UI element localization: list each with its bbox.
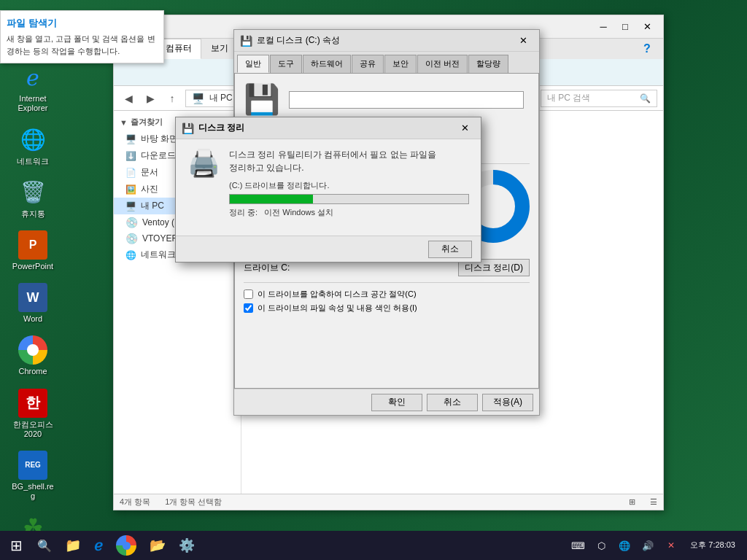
tray-keyboard-icon[interactable]: ⌨	[568, 535, 588, 556]
props-tab-security[interactable]: 보안	[384, 55, 417, 73]
dialog-content: 🖨️ 디스크 정리 유틸리티가 컴퓨터에서 필요 없는 파일을정리하고 있습니다…	[176, 139, 481, 236]
status-bar: 4개 항목 1개 항목 선택함 ⊞ ☰	[114, 494, 663, 510]
ie-label: Internet Explorer	[10, 94, 55, 113]
search-input[interactable]: 내 PC 검색 🔍	[541, 90, 657, 107]
compress-label: 이 드라이브를 압축하여 디스크 공간 절약(C)	[258, 289, 417, 300]
taskbar-clock[interactable]: 오후 7:28:03	[684, 540, 741, 551]
index-checkbox[interactable]	[244, 303, 253, 313]
desktop: 🖥️ 내 PC ℯ Internet Explorer 🌐 네트워크 🗑️ 휴지…	[0, 0, 747, 560]
dialog-message: 디스크 정리 유틸리티가 컴퓨터에서 필요 없는 파일을정리하고 있습니다.	[229, 148, 469, 174]
props-tabs: 일반 도구 하드웨어 공유 보안 이전 버전 할당량	[234, 52, 539, 73]
taskbar-tray: ⌨ ⬡ 🌐 🔊 ✕ 오후 7:28:03	[568, 535, 747, 556]
taskbar-explorer-icon: 📁	[65, 537, 81, 553]
props-drive-name-input[interactable]	[289, 91, 524, 109]
taskbar-item-edge[interactable]: ℯ	[88, 532, 109, 559]
ppt-icon: P	[18, 230, 47, 260]
bgshell-icon: REG	[18, 451, 47, 480]
dialog-cancel-button[interactable]: 취소	[428, 241, 472, 258]
taskbar-item-explorer[interactable]: 📁	[59, 532, 87, 559]
index-checkbox-row: 이 드라이브의 파일 속성 및 내용 색인 허용(I)	[244, 303, 530, 314]
props-tab-prevver[interactable]: 이전 버전	[417, 55, 468, 73]
taskbar-search-icon: 🔍	[37, 539, 52, 553]
status-selected: 1개 항목 선택함	[165, 497, 222, 508]
ppt-label: PowerPoint	[12, 262, 53, 271]
tooltip-text: 새 창을 열고, 고급 폴더 및 검색 옵션을 변경하는 등의 작업을 수행합니…	[7, 33, 158, 57]
up-button[interactable]: ↑	[163, 90, 181, 107]
props-tab-quota[interactable]: 할당량	[468, 55, 508, 73]
taskbar-folder2-icon: 📂	[150, 537, 166, 553]
view-mode-list[interactable]: ☰	[650, 497, 657, 507]
chrome-icon	[18, 335, 47, 365]
hancom-label: 한컴오피스 2020	[13, 420, 53, 439]
ie-icon: ℯ	[18, 63, 47, 92]
dialog-icon: 🖨️	[187, 148, 220, 227]
desktop-icon-recycle[interactable]: 🗑️ 휴지통	[7, 175, 58, 222]
minimize-button[interactable]: ─	[593, 17, 614, 37]
hancom-icon: 한	[18, 389, 47, 418]
dialog-buttons: 취소	[176, 236, 481, 262]
dialog-close-button[interactable]: ✕	[454, 118, 475, 139]
desktop-icon-bgshell[interactable]: REG BG_shell.reg	[7, 448, 58, 504]
desktop-icon-ppt[interactable]: P PowerPoint	[7, 228, 58, 274]
taskbar-chrome-icon	[116, 535, 136, 556]
tray-bluetooth-icon[interactable]: ⬡	[591, 535, 611, 556]
props-tab-tools[interactable]: 도구	[270, 55, 302, 73]
taskbar-item-chrome[interactable]	[110, 532, 142, 559]
props-window-controls: ✕	[513, 31, 533, 51]
taskbar-item-settings[interactable]: ⚙️	[173, 532, 201, 559]
taskbar: ⊞ 🔍 📁 ℯ 📂 ⚙️ ⌨	[0, 531, 747, 560]
tooltip-filexplorer: 파일 탐색기 새 창을 열고, 고급 폴더 및 검색 옵션을 변경하는 등의 작…	[0, 10, 164, 63]
tray-network-icon[interactable]: 🌐	[614, 535, 635, 556]
desktop-icons: 🖥️ 내 PC ℯ Internet Explorer 🌐 네트워크 🗑️ 휴지…	[7, 7, 58, 556]
back-button[interactable]: ◀	[120, 90, 137, 107]
props-icon-row: 💾	[244, 82, 530, 117]
tray-x-icon[interactable]: ✕	[661, 535, 681, 556]
view-mode-icons[interactable]: ⊞	[629, 497, 635, 507]
forward-button[interactable]: ▶	[142, 90, 159, 107]
disk-cleanup-dialog: 💾 디스크 정리 ✕ 🖨️ 디스크 정리 유틸리티가 컴퓨터에서 필요 없는 파…	[175, 117, 481, 262]
desktop-icon-hancom[interactable]: 한 한컴오피스 2020	[7, 386, 58, 442]
chrome-label: Chrome	[18, 367, 47, 376]
ribbon-tab-view[interactable]: 보기	[201, 39, 238, 59]
dialog-text-area: 디스크 정리 유틸리티가 컴퓨터에서 필요 없는 파일을정리하고 있습니다. (…	[229, 148, 469, 227]
props-cancel-button[interactable]: 취소	[427, 394, 478, 411]
taskbar-settings-icon: ⚙️	[179, 537, 195, 553]
props-tab-general[interactable]: 일반	[237, 55, 269, 73]
word-icon: W	[18, 283, 47, 312]
compress-checkbox[interactable]	[244, 289, 253, 299]
props-close-button[interactable]: ✕	[513, 31, 533, 51]
dialog-titlebar: 💾 디스크 정리 ✕	[176, 117, 481, 139]
close-button[interactable]: ✕	[637, 17, 657, 37]
word-label: Word	[23, 314, 42, 324]
props-ok-button[interactable]: 확인	[371, 394, 422, 411]
tooltip-title: 파일 탐색기	[7, 17, 158, 30]
props-drive-label: 드라이브 C:	[244, 262, 290, 274]
props-drive-icon: 💾	[244, 82, 280, 117]
ribbon-help-button[interactable]: ?	[637, 39, 657, 59]
props-bottom-buttons: 확인 취소 적용(A)	[234, 389, 539, 415]
props-tab-share[interactable]: 공유	[352, 55, 384, 73]
desktop-icon-word[interactable]: W Word	[7, 280, 58, 327]
dialog-progress-fill	[230, 195, 313, 203]
tray-speaker-icon[interactable]: 🔊	[638, 535, 658, 556]
start-button[interactable]: ⊞	[0, 531, 33, 560]
dialog-progress-label: (C:) 드라이브를 정리합니다.	[229, 180, 469, 191]
status-item-count: 4개 항목	[120, 497, 150, 508]
bgshell-label: BG_shell.reg	[10, 482, 55, 501]
props-tab-hardware[interactable]: 하드웨어	[303, 55, 351, 73]
desktop-icon-chrome[interactable]: Chrome	[7, 332, 58, 379]
taskbar-items: 📁 ℯ 📂 ⚙️	[56, 532, 568, 559]
recycle-icon: 🗑️	[18, 178, 47, 207]
taskbar-item-folder2[interactable]: 📂	[144, 532, 171, 559]
window-controls: ─ □ ✕	[593, 17, 657, 37]
taskbar-search-button[interactable]: 🔍	[33, 531, 56, 560]
props-apply-button[interactable]: 적용(A)	[482, 394, 533, 411]
dialog-progress-bar	[229, 194, 469, 204]
props-title: 로컬 디스크 (C:) 속성	[257, 34, 513, 47]
network-icon: 🌐	[18, 125, 47, 155]
desktop-icon-ie[interactable]: ℯ Internet Explorer	[7, 60, 58, 116]
network-label: 네트워크	[17, 157, 49, 166]
clock-time: 오후 7:28:03	[690, 540, 735, 551]
maximize-button[interactable]: □	[615, 17, 635, 37]
desktop-icon-network[interactable]: 🌐 네트워크	[7, 122, 58, 169]
